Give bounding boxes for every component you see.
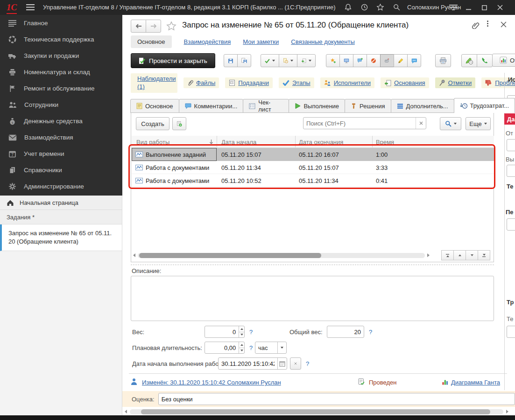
tab-checklist[interactable]: Чек-лист: [243, 99, 289, 113]
nav-tab-main[interactable]: Основное: [131, 35, 172, 48]
unit-combo[interactable]: час: [255, 342, 287, 354]
minimize-button[interactable]: [462, 1, 474, 14]
window-close-button[interactable]: [494, 1, 506, 14]
observers-link[interactable]: Наблюдатели (1): [131, 73, 177, 93]
planned-duration-help[interactable]: ?: [249, 344, 253, 351]
tab-execution[interactable]: Выполнение: [289, 99, 345, 113]
date-picker-icon[interactable]: [277, 358, 287, 369]
report-button[interactable]: От: [492, 54, 515, 67]
tab-additional[interactable]: Дополнитель...: [391, 99, 454, 113]
sidebar-item-purchases[interactable]: Закупки и продажи: [0, 48, 122, 64]
hscroll-thumb[interactable]: [139, 253, 321, 258]
splitter[interactable]: [131, 265, 494, 265]
move-down-button[interactable]: [466, 250, 478, 260]
favorite-star-icon[interactable]: [166, 21, 176, 31]
create-copy-button[interactable]: [172, 117, 186, 130]
sidebar-item-time-tracking[interactable]: 7 Учет времени: [0, 146, 122, 162]
back-button[interactable]: [131, 20, 146, 33]
hscroll-track[interactable]: [138, 253, 425, 258]
more-menu-icon[interactable]: [487, 21, 488, 27]
search-clear-icon[interactable]: [416, 118, 426, 129]
copy-link-icon[interactable]: [470, 21, 480, 29]
nav-tab-interactions[interactable]: Взаимодействия: [184, 38, 231, 45]
right-panel-input-3[interactable]: [507, 218, 515, 231]
bottom-scroll-thumb[interactable]: [141, 409, 490, 414]
modified-link[interactable]: Изменён: 30.11.2020 15:10:42 Соломахин Р…: [142, 379, 281, 386]
tab-main[interactable]: Основное: [130, 99, 179, 113]
right-panel-input-4[interactable]: [507, 326, 515, 338]
scroll-left-arrow[interactable]: [133, 253, 135, 257]
approve-button[interactable]: [261, 54, 279, 67]
scroll-right-arrow[interactable]: [427, 253, 430, 257]
add-favorite-button[interactable]: [326, 54, 340, 67]
planned-duration-input[interactable]: [205, 342, 239, 353]
remote-desktop-button[interactable]: [339, 54, 353, 67]
files-link[interactable]: Файлы: [183, 77, 219, 88]
column-time[interactable]: Время: [376, 136, 394, 148]
tab-comments[interactable]: Комментарии...: [179, 99, 244, 113]
call-button[interactable]: [477, 54, 493, 67]
history-icon[interactable]: [360, 3, 368, 11]
search-options-button[interactable]: [440, 117, 461, 130]
form-close-button[interactable]: [501, 21, 507, 28]
subtasks-link[interactable]: Подзадачи: [225, 77, 273, 88]
marks-link[interactable]: Отметки: [435, 77, 476, 88]
sidebar-item-tech-support[interactable]: Техническая поддержка: [0, 31, 122, 48]
forward-button[interactable]: [146, 20, 161, 33]
description-textarea[interactable]: [131, 276, 494, 321]
post-and-close-button[interactable]: Провести и закрыть: [131, 53, 215, 68]
total-weight-input[interactable]: [327, 326, 364, 337]
rating-input[interactable]: [159, 393, 515, 405]
total-weight-help[interactable]: ?: [369, 329, 372, 336]
gantt-link[interactable]: Диаграмма Ганта: [451, 379, 500, 386]
start-date-input[interactable]: [219, 358, 277, 369]
start-date-help[interactable]: ?: [306, 360, 309, 367]
save-copy-button[interactable]: [237, 54, 251, 67]
nav-tab-my-notes[interactable]: Мои заметки: [243, 38, 279, 45]
worklog-row[interactable]: Работа с документами 05.11.20 10:52 05.1…: [132, 174, 494, 187]
search-icon[interactable]: [393, 3, 401, 11]
sidebar-item-catalogs[interactable]: Справочники: [0, 162, 122, 178]
basis-link[interactable]: Основания: [381, 77, 429, 88]
add-comment-button[interactable]: [353, 54, 367, 67]
print-button[interactable]: [435, 54, 451, 67]
tab-labor-costs[interactable]: Трудозатрат...: [454, 98, 515, 113]
sidebar-item-employees[interactable]: Сотрудники: [0, 97, 122, 113]
highlight-button[interactable]: [394, 54, 408, 67]
worklog-row[interactable]: Работа с документами 05.11.20 11:34 05.1…: [132, 161, 494, 174]
column-end-date[interactable]: Дата окончания: [299, 136, 343, 148]
move-top-button[interactable]: [441, 250, 454, 260]
notifications-bell-icon[interactable]: [344, 3, 352, 11]
sidebar-open-document[interactable]: Запрос на изменение № 65 от 05.11. 20 (О…: [0, 224, 122, 251]
unit-dropdown-icon[interactable]: [277, 342, 286, 353]
weight-stepper[interactable]: [239, 326, 244, 337]
column-work-type[interactable]: Вид работы: [136, 136, 169, 148]
weight-input[interactable]: [205, 326, 239, 337]
executors-link[interactable]: Исполнители: [320, 77, 374, 88]
worklog-row-selected[interactable]: Выполнение заданий 05.11.20 15:07 05.11.…: [132, 148, 494, 161]
clear-date-button[interactable]: [290, 357, 301, 370]
move-up-button[interactable]: [453, 250, 466, 260]
tab-decisions[interactable]: Решения: [345, 99, 391, 113]
column-start-date[interactable]: Дата начала: [221, 136, 256, 148]
scroll-right-arrow[interactable]: [506, 410, 508, 413]
create-button[interactable]: Создать: [136, 117, 169, 130]
sidebar-item-main[interactable]: Главное: [0, 15, 122, 31]
service-menu-icon[interactable]: [449, 4, 458, 11]
sidebar-item-inventory[interactable]: Номенклатура и склад: [0, 64, 122, 80]
sidebar-item-money[interactable]: s Денежные средства: [0, 113, 122, 129]
scroll-left-arrow[interactable]: [125, 410, 127, 413]
hamburger-menu-icon[interactable]: [26, 4, 35, 11]
right-panel-input-1[interactable]: [507, 139, 515, 151]
nav-tab-linked-documents[interactable]: Связанные документы: [291, 38, 355, 45]
right-panel-input-2[interactable]: [507, 165, 515, 177]
save-button[interactable]: [224, 54, 238, 67]
planned-duration-stepper[interactable]: [239, 342, 244, 353]
favorites-star-icon[interactable]: [376, 3, 384, 11]
mail-button[interactable]: [380, 54, 394, 67]
sidebar-tab-tasks[interactable]: Задания *: [0, 210, 122, 224]
block-button[interactable]: [367, 54, 381, 67]
discussion-button[interactable]: [407, 54, 421, 67]
search-input[interactable]: [303, 118, 416, 129]
stages-link[interactable]: Этапы: [279, 77, 314, 88]
